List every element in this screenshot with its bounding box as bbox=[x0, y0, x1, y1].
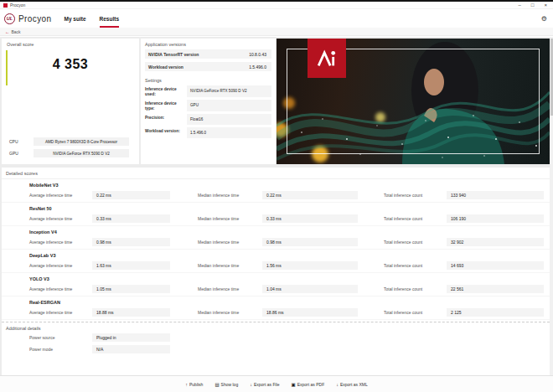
tab-my-suite[interactable]: My suite bbox=[65, 9, 86, 28]
setting-row: Inference device used: NVIDIA GeForce RT… bbox=[145, 85, 271, 97]
publish-label: Publish bbox=[189, 382, 203, 387]
model-name: YOLO V3 bbox=[29, 276, 550, 281]
inference-count-value: 32 902 bbox=[447, 238, 544, 246]
settings-workload-version-label: Workload version: bbox=[145, 127, 187, 138]
ai-logo-badge bbox=[308, 39, 346, 78]
median-inference-value: 0.22 ms bbox=[262, 191, 358, 199]
brand-wordmark: Procyon bbox=[18, 14, 52, 23]
tensorrt-version-label: NVIDIA TensorRT version bbox=[148, 52, 199, 57]
export-pdf-label: Export as PDF bbox=[297, 382, 325, 387]
show-log-button[interactable]: ▤ Show log bbox=[214, 382, 238, 387]
version-row: Workload version 1.5.496.0 bbox=[145, 62, 271, 71]
power-mode-row: Power mode N/A bbox=[29, 345, 550, 353]
avg-inference-value: 1.05 ms bbox=[92, 285, 170, 293]
avg-inference-label: Average inference time bbox=[29, 216, 92, 221]
close-button[interactable]: × bbox=[544, 3, 547, 8]
model-name: Real-ESRGAN bbox=[29, 300, 550, 305]
setting-row: Workload version: 1.5.496.0 bbox=[145, 127, 271, 138]
ai-logo-icon bbox=[315, 49, 339, 68]
avg-inference-label: Average inference time bbox=[29, 286, 92, 291]
inference-count-label: Total inference count bbox=[384, 263, 447, 268]
publish-button[interactable]: ↑ Publish bbox=[185, 382, 203, 387]
inference-count-label: Total inference count bbox=[384, 216, 447, 221]
tensorrt-version-value: 10.8.0.43 bbox=[249, 52, 266, 57]
vertical-scrollbar[interactable] bbox=[550, 37, 553, 375]
inference-count-value: 22 561 bbox=[447, 285, 544, 293]
application-versions-card: Application versions NVIDIA TensorRT ver… bbox=[141, 39, 276, 164]
inference-count-value: 106 190 bbox=[447, 214, 544, 223]
inference-count-label: Total inference count bbox=[384, 193, 447, 198]
power-source-label: Power source bbox=[29, 335, 92, 340]
workload-version-label: Workload version bbox=[148, 64, 183, 70]
app-window-icon bbox=[3, 3, 8, 8]
cpu-row: CPU AMD Ryzen 7 9800X3D 8-Core Processor bbox=[2, 137, 139, 146]
version-row: NVIDIA TensorRT version 10.8.0.43 bbox=[145, 49, 271, 59]
model-name: ResNet 50 bbox=[29, 206, 550, 211]
model-name: MobileNet V3 bbox=[29, 183, 550, 188]
gear-icon[interactable]: ⚙ bbox=[541, 15, 547, 23]
model-score-group-inception: Inception V4 Average inference time 0.98… bbox=[2, 226, 550, 250]
gpu-label: GPU bbox=[2, 151, 34, 156]
cpu-label: CPU bbox=[2, 139, 34, 144]
maximize-button[interactable]: □ bbox=[531, 3, 535, 8]
avg-inference-label: Average inference time bbox=[29, 263, 92, 268]
model-score-group-resnet: ResNet 50 Average inference time 0.33 ms… bbox=[2, 203, 550, 226]
median-inference-label: Median inference time bbox=[198, 240, 262, 245]
model-score-group-esrgan: Real-ESRGAN Average inference time 18.88… bbox=[2, 297, 550, 320]
avg-inference-label: Average inference time bbox=[29, 193, 92, 198]
show-log-label: Show log bbox=[221, 382, 239, 387]
settings-workload-version-value: 1.5.496.0 bbox=[187, 127, 271, 138]
model-score-group-yolo: YOLO V3 Average inference time 1.05 ms M… bbox=[2, 273, 550, 297]
export-pdf-button[interactable]: ▣ Export as PDF bbox=[292, 382, 325, 387]
avg-inference-value: 0.22 ms bbox=[92, 191, 170, 199]
detailed-scores-panel: Detailed scores MobileNet V3 Average inf… bbox=[2, 168, 550, 375]
export-xml-button[interactable]: ↓ Export as XML bbox=[336, 382, 368, 387]
footer-action-bar: ↑ Publish ▤ Show log ↓ Export as File ▣ … bbox=[0, 375, 553, 392]
log-icon: ▤ bbox=[214, 382, 219, 387]
export-file-button[interactable]: ↓ Export as File bbox=[250, 382, 279, 387]
workload-version-value: 1.5.496.0 bbox=[249, 64, 266, 70]
scrollbar-thumb[interactable] bbox=[550, 39, 553, 116]
results-content: Overall score 4 353 CPU AMD Ryzen 7 9800… bbox=[0, 37, 553, 375]
gpu-row: GPU NVIDIA GeForce RTX 5090 D V2 bbox=[2, 149, 139, 157]
overall-score-title: Overall score bbox=[2, 39, 139, 47]
median-inference-value: 0.33 ms bbox=[262, 214, 358, 223]
avg-inference-value: 0.33 ms bbox=[92, 214, 170, 223]
median-inference-label: Median inference time bbox=[198, 286, 262, 291]
titlebar: Procyon – □ × bbox=[0, 2, 553, 9]
inference-count-label: Total inference count bbox=[384, 286, 447, 291]
precision-value: Float16 bbox=[187, 114, 271, 125]
inference-device-type-value: GPU bbox=[187, 100, 271, 111]
window-title: Procyon bbox=[10, 3, 25, 8]
benchmark-hero-image bbox=[276, 39, 550, 164]
inference-count-value: 2 125 bbox=[447, 308, 544, 317]
median-inference-value: 0.98 ms bbox=[262, 238, 358, 246]
power-mode-label: Power mode bbox=[29, 347, 92, 352]
back-button[interactable]: ← Back bbox=[5, 29, 21, 34]
power-mode-value: N/A bbox=[92, 345, 170, 353]
settings-title: Settings bbox=[141, 75, 276, 85]
download-icon: ↓ bbox=[336, 382, 339, 387]
pdf-icon: ▣ bbox=[292, 382, 296, 387]
application-versions-title: Application versions bbox=[141, 39, 276, 49]
minimize-button[interactable]: – bbox=[519, 3, 521, 8]
median-inference-label: Median inference time bbox=[198, 263, 262, 268]
ul-logo: UL bbox=[4, 13, 15, 24]
inference-count-label: Total inference count bbox=[384, 310, 447, 315]
inference-device-used-value: NVIDIA GeForce RTX 5090 D V2 bbox=[187, 85, 271, 97]
avg-inference-label: Average inference time bbox=[29, 240, 92, 245]
cpu-value: AMD Ryzen 7 9800X3D 8-Core Processor bbox=[34, 137, 129, 146]
model-score-group-mobilenet: MobileNet V3 Average inference time 0.22… bbox=[2, 179, 550, 203]
export-file-label: Export as File bbox=[254, 382, 280, 387]
inference-device-type-label: Inference device type: bbox=[145, 100, 187, 111]
power-source-row: Power source Plugged in bbox=[29, 333, 550, 342]
back-bar: ← Back bbox=[0, 28, 553, 36]
precision-label: Precision: bbox=[145, 114, 187, 125]
median-inference-value: 18.86 ms bbox=[262, 308, 358, 317]
overall-score-value: 4 353 bbox=[2, 57, 139, 72]
back-arrow-icon: ← bbox=[5, 29, 10, 34]
tab-results[interactable]: Results bbox=[100, 9, 119, 28]
median-inference-label: Median inference time bbox=[198, 193, 262, 198]
additional-details-title: Additional details bbox=[2, 322, 550, 333]
inference-count-label: Total inference count bbox=[384, 240, 447, 245]
